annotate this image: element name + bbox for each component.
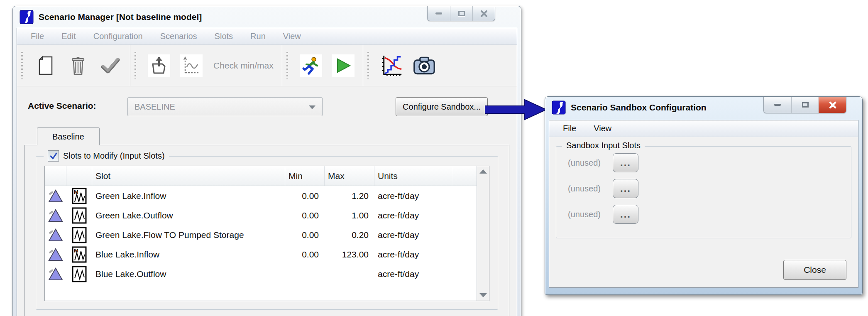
toolbar: Check min/max [17,45,517,86]
table-row[interactable]: Blue Lake.Outflow acre-ft/day [45,264,477,284]
menu-file[interactable]: File [554,124,585,133]
menu-run[interactable]: Run [242,32,274,41]
sandbox-configuration-window: Scenario Sandbox Configuration File View… [545,96,863,295]
runner-icon [301,56,320,75]
header-min[interactable]: Min [285,166,325,186]
close-icon [480,10,488,17]
menu-file[interactable]: File [22,32,53,41]
toolbar-drag-handle[interactable] [367,52,369,79]
minimize-icon [435,12,442,15]
set-input-button[interactable] [148,54,170,77]
close-button[interactable] [472,6,495,21]
active-scenario-row: Active Scenario: BASELINE Configure Sand… [17,97,517,117]
scenario-triangle-icon [48,247,63,262]
chevron-down-icon [309,105,315,109]
window-controls [763,97,846,113]
table-scrollbar[interactable] [477,166,489,301]
menu-slots[interactable]: Slots [206,32,242,41]
menu-scenarios[interactable]: Scenarios [152,32,206,41]
menu-bar: File Edit Configuration Scenarios Slots … [17,28,517,45]
active-scenario-combobox[interactable]: BASELINE [127,97,323,116]
select-slot-button[interactable]: ... [613,205,638,224]
scroll-up-icon[interactable] [479,169,487,174]
maximize-button[interactable] [450,6,472,21]
slot-min: 0.00 [285,186,325,206]
series-slot-icon [72,266,87,282]
scenario-triangle-icon [48,189,63,203]
new-scenario-button[interactable] [34,54,57,77]
apply-check-button[interactable] [99,54,122,77]
menu-view[interactable]: View [274,32,310,41]
close-icon [829,101,837,109]
select-slot-button[interactable]: ... [613,153,638,172]
delete-scenario-button[interactable] [67,54,89,77]
menu-configuration[interactable]: Configuration [85,32,152,41]
new-document-icon [37,56,54,76]
slot-min: 0.00 [285,225,325,245]
row-spacer [453,264,477,284]
scenario-manager-window: Scenario Manager [Not baseline model] Fi… [12,6,521,316]
titlebar[interactable]: Scenario Manager [Not baseline model] [13,6,521,28]
titlebar[interactable]: Scenario Sandbox Configuration [545,97,862,118]
checkmark-icon [101,58,120,73]
svg-text:M: M [74,247,78,254]
select-slot-button[interactable]: ... [613,179,638,198]
slot-max: 0.20 [325,225,374,245]
header-slot[interactable]: Slot [92,166,285,186]
menu-view[interactable]: View [585,124,620,133]
sandbox-slot-row: (unused) ... [568,179,851,198]
tab-baseline[interactable]: Baseline [37,127,100,145]
slot-min [285,264,325,284]
window-title: Scenario Sandbox Configuration [571,103,707,113]
slots-groupbox-label: Slots to Modify (Input Slots) [63,151,165,161]
maximize-button[interactable] [791,97,819,113]
play-icon [335,57,352,74]
row-spacer [453,186,477,206]
minimize-button[interactable] [764,97,791,113]
scenario-triangle-icon [48,208,63,223]
table-row[interactable]: Green Lake.Outflow 0.00 1.00 acre-ft/day [45,206,477,225]
run-scenario-button[interactable] [300,54,322,77]
toolbar-drag-handle[interactable] [21,52,23,79]
check-icon [49,152,58,160]
scenario-triangle-icon [48,267,63,281]
toolbar-group-slots: Check min/max [130,45,282,86]
menu-edit[interactable]: Edit [53,32,84,41]
minimize-button[interactable] [428,6,450,21]
start-run-button[interactable] [332,54,355,77]
sandbox-slot-row: (unused) ... [568,153,851,172]
slot-name: Blue Lake.Inflow [92,245,285,264]
active-scenario-value: BASELINE [134,102,175,112]
slot-units: acre-ft/day [374,264,453,284]
window-title: Scenario Manager [Not baseline model] [39,12,202,22]
slots-to-modify-checkbox[interactable] [48,150,59,162]
toolbar-drag-handle[interactable] [286,52,288,79]
configure-sandbox-button[interactable]: Configure Sandbox... [396,97,488,116]
row-spacer [453,225,477,245]
sandbox-slot-label: (unused) [568,158,606,168]
snapshot-button[interactable] [413,54,435,77]
svg-text:M: M [74,189,78,195]
table-row[interactable]: Green Lake.Flow TO Pumped Storage 0.00 0… [45,225,477,245]
scroll-down-icon[interactable] [479,293,487,297]
plot-results-button[interactable] [381,54,403,77]
header-max[interactable]: Max [325,166,374,186]
slots-table-header: Slot Min Max Units [45,166,477,186]
active-scenario-label: Active Scenario: [28,101,96,111]
header-units[interactable]: Units [374,166,453,186]
maximize-icon [802,102,809,108]
slots-table: Slot Min Max Units M Green Lake.Inflow 0… [44,166,489,301]
table-row[interactable]: M Green Lake.Inflow 0.00 1.20 acre-ft/da… [45,186,477,206]
maximize-icon [458,11,465,16]
sandbox-groupbox-label: Sandbox Input Slots [566,141,641,150]
plot-slot-button[interactable] [180,54,203,77]
toolbar-group-run [282,45,363,86]
close-dialog-button[interactable]: Close [783,260,846,280]
minimize-icon [774,104,781,106]
toolbar-drag-handle[interactable] [134,52,136,79]
plot-results-icon [381,54,403,77]
scenario-manager-client: File Edit Configuration Scenarios Slots … [17,28,517,316]
mini-plot-icon [182,56,201,75]
table-row[interactable]: M Blue Lake.Inflow 0.00 123.00 acre-ft/d… [45,245,477,264]
close-button[interactable] [819,97,846,113]
